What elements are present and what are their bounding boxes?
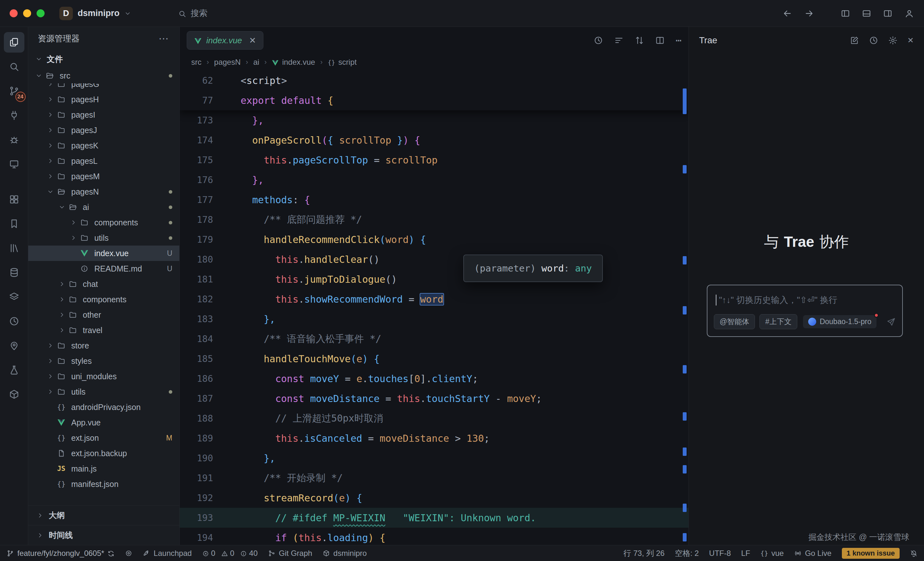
code-line-182[interactable]: 182this.showRecommendWord = word [180,289,688,309]
code-line-77[interactable]: 77export default { [180,90,688,110]
zoom-window-button[interactable] [37,9,45,17]
code-line-191[interactable]: 191/** 开始录制 */ [180,468,688,488]
tree-item-utils[interactable]: utils [28,230,179,245]
close-panel-button[interactable]: ✕ [908,37,914,44]
code-line-192[interactable]: 192streamRecord(e) { [180,488,688,508]
tree-item-pagesM[interactable]: pagesM [28,169,179,184]
code-line-177[interactable]: 177methods: { [180,190,688,209]
chat-input-placeholder-row[interactable]: "↑↓" 切换历史输入，"⇧⏎" 换行 [707,285,902,310]
more-actions-button[interactable]: ⋯ [676,36,681,45]
code-line-173[interactable]: 173}, [180,110,688,130]
forward-button[interactable] [804,8,814,19]
code-line-190[interactable]: 190}, [180,448,688,468]
tree-item-ai[interactable]: ai [28,199,179,215]
global-search[interactable]: 搜索 [171,4,214,22]
eol[interactable]: LF [741,549,750,558]
tree-item-pagesN[interactable]: pagesN [28,184,179,199]
tree-item-pagesH[interactable]: pagesH [28,92,179,107]
known-issue[interactable]: 1 known issue [842,548,900,559]
code-line-187[interactable]: 187const moveDistance = this.touchStartY… [180,389,688,408]
send-button[interactable] [886,317,896,327]
file-history-button[interactable] [594,36,603,45]
settings-button[interactable] [888,36,898,45]
target-indicator[interactable] [125,549,132,557]
breadcrumb-ai[interactable]: ai [253,58,259,67]
more-icon[interactable]: ⋯ [159,32,170,45]
activity-database[interactable] [4,262,24,283]
tree-item-chat[interactable]: chat [28,276,179,292]
outline-button[interactable] [614,36,624,45]
encoding[interactable]: UTF-8 [709,549,731,558]
account-icon[interactable] [904,8,914,19]
workspace-switcher[interactable]: D dsminipro [59,7,131,20]
timeline-section[interactable]: 时间线 [28,525,179,545]
activity-explorer[interactable] [4,32,24,52]
tree-item-pagesL[interactable]: pagesL [28,153,179,169]
activity-library[interactable] [4,238,24,258]
minimize-window-button[interactable] [23,9,31,17]
files-section-header[interactable]: 文件 [28,50,179,68]
activity-packages[interactable] [4,384,24,405]
tree-item-androidPrivacy.json[interactable]: {}androidPrivacy.json [28,399,179,415]
tab-index-vue[interactable]: index.vue ✕ [187,31,263,50]
tree-item-uni_modules[interactable]: uni_modules [28,369,179,384]
close-tab-icon[interactable]: ✕ [249,36,256,45]
code-line-178[interactable]: 178/** 底部问题推荐 */ [180,209,688,229]
code-line-181[interactable]: 181this.jumpToDialogue() [180,269,688,289]
problems[interactable]: 0040 [202,549,258,558]
code-line-175[interactable]: 175this.pageScrollTop = scrollTop [180,150,688,170]
activity-bookmarks[interactable] [4,214,24,234]
tree-item-components[interactable]: components [28,292,179,307]
code-line-188[interactable]: 188// 上滑超过50px时取消 [180,408,688,428]
tree-item-main.js[interactable]: JSmain.js [28,461,179,476]
breadcrumb-pagesN[interactable]: pagesN [214,58,241,67]
breadcrumb-script[interactable]: {}script [328,58,357,67]
git-graph[interactable]: Git Graph [268,549,312,558]
project[interactable]: dsminipro [322,549,367,558]
activity-extensions[interactable] [4,189,24,209]
code-area[interactable]: 62<script>77export default { 173},174onP… [180,70,688,545]
tree-item-components[interactable]: components [28,215,179,230]
indentation[interactable]: 空格: 2 [675,548,699,558]
tree-item-pagesG[interactable]: pagesG [28,83,179,92]
cursor-position[interactable]: 行 73, 列 26 [623,548,664,558]
code-line-174[interactable]: 174onPageScroll({ scrollTop }) { [180,130,688,150]
new-chat-button[interactable] [850,36,859,45]
agent-chip[interactable]: @智能体 [714,314,755,329]
code-line-179[interactable]: 179handleRecommendClick(word) { [180,229,688,250]
compare-button[interactable] [634,36,644,45]
git-branch[interactable]: feature/fyl/zhonglv_0605* [6,549,114,558]
code-line-186[interactable]: 186const moveY = e.touches[0].clientY; [180,369,688,389]
activity-layers[interactable] [4,287,24,307]
tree-item-pagesI[interactable]: pagesI [28,107,179,123]
tree-item-README.md[interactable]: README.mdU [28,261,179,276]
activity-remote[interactable] [4,105,24,126]
split-editor-button[interactable] [655,36,665,45]
tree-item-pagesK[interactable]: pagesK [28,138,179,153]
tree-item-styles[interactable]: styles [28,353,179,369]
back-button[interactable] [782,8,792,19]
tree-item-src[interactable]: src [28,68,179,83]
sync-icon[interactable] [108,549,114,558]
model-selector[interactable]: Doubao-1.5-pro [803,315,876,328]
code-line-193[interactable]: 193// #ifdef MP-WEIXIN"WEIXIN": Unknown … [180,508,688,528]
tree-item-utils[interactable]: utils [28,384,179,399]
breadcrumb-src[interactable]: src [191,58,201,67]
tree-item-ext.json[interactable]: {}ext.jsonM [28,430,179,446]
activity-preview[interactable] [4,154,24,174]
toggle-bottom-panel-button[interactable] [862,9,872,18]
tree-item-index.vue[interactable]: index.vueU [28,245,179,261]
go-live[interactable]: Go Live [794,549,832,558]
notifications-muted[interactable] [910,549,918,557]
toggle-right-panel-button[interactable] [883,9,892,18]
tree-item-other[interactable]: other [28,307,179,323]
tree-item-ext.json.backup[interactable]: ext.json.backup [28,446,179,461]
tree-item-travel[interactable]: travel [28,323,179,338]
activity-pins[interactable] [4,335,24,356]
code-line-180[interactable]: 180this.handleClear() [180,250,688,269]
code-line-176[interactable]: 176}, [180,170,688,190]
activity-search[interactable] [4,57,24,77]
breadcrumb-index.vue[interactable]: index.vue [272,58,315,67]
outline-section[interactable]: 大纲 [28,505,179,525]
context-chip[interactable]: #上下文 [759,314,797,329]
